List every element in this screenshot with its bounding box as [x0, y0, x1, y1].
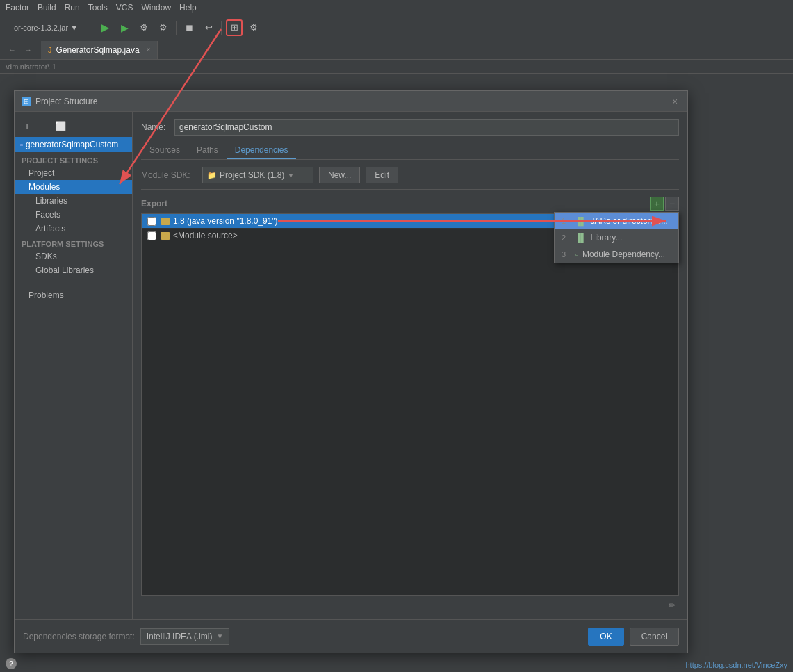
nav-forward: → — [22, 46, 35, 54]
dialog-footer: Dependencies storage format: IntelliJ ID… — [15, 619, 687, 653]
menu-window[interactable]: Window — [141, 3, 171, 13]
dropdown-library-label: Library... — [591, 233, 623, 243]
deps-add-btn[interactable]: + — [650, 197, 664, 211]
remove-module-btn[interactable]: − — [37, 119, 51, 133]
footer-buttons: OK Cancel — [588, 628, 679, 646]
coverage-btn[interactable]: ⚙ — [136, 19, 152, 36]
deps-row-checkbox-1[interactable] — [147, 217, 156, 226]
spacer — [15, 277, 132, 288]
module-sdk-row: Module SDK: 📁 Project SDK (1.8) ▼ New...… — [141, 167, 679, 190]
tab-sources[interactable]: Sources — [141, 142, 188, 159]
storage-row: Dependencies storage format: IntelliJ ID… — [23, 628, 229, 645]
menu-help[interactable]: Help — [179, 3, 197, 13]
left-panel: + − ⬜ ▫ generatorSqlmapCustom Project Se… — [15, 112, 133, 619]
deps-dropdown-menu: 1 ▐▌ JARs or directories... 2 ▐▌ Library… — [554, 212, 679, 263]
sdk-edit-btn[interactable]: Edit — [366, 167, 398, 183]
module-item-generatorsqlmapcustom[interactable]: ▫ generatorSqlmapCustom — [15, 137, 132, 152]
toolbar: or-core-1.3.2.jar ▼ ▶ ▶ ⚙ ⚙ ◼ ↩ ⊞ ⚙ — [0, 15, 793, 40]
menu-run[interactable]: Run — [65, 3, 80, 13]
dialog-title: Project Structure — [35, 97, 669, 106]
tab-dependencies[interactable]: Dependencies — [227, 142, 297, 159]
module-dep-icon: ▫ — [575, 250, 578, 259]
nav-global-libraries[interactable]: Global Libraries — [15, 263, 132, 277]
deps-row-checkbox-2[interactable] — [147, 231, 156, 240]
deps-header: Export + − 1 ▐▌ JARs or directories... 2 — [141, 197, 679, 211]
stop-btn[interactable]: ◼ — [181, 19, 197, 36]
dropdown-num-1: 1 — [562, 217, 571, 225]
deps-remove-btn[interactable]: − — [665, 197, 679, 211]
project-structure-btn[interactable]: ⊞ — [226, 19, 243, 36]
dropdown-jars-btn[interactable]: 1 ▐▌ JARs or directories... — [555, 213, 678, 229]
deps-row-label-2: <Module source> — [173, 231, 238, 240]
rerun-btn[interactable]: ↩ — [200, 19, 217, 36]
add-module-btn[interactable]: + — [20, 119, 34, 133]
run-btn[interactable]: ▶ — [97, 19, 113, 36]
dropdown-module-dep-label: Module Dependency... — [582, 249, 665, 259]
profile-btn[interactable]: ⚙ — [155, 19, 172, 36]
sdk-select[interactable]: 📁 Project SDK (1.8) ▼ — [202, 167, 313, 183]
nav-modules[interactable]: Modules — [15, 180, 132, 194]
nav-project[interactable]: Project — [15, 166, 132, 180]
dialog-icon: ⊞ — [22, 97, 31, 106]
menu-factor[interactable]: Factor — [6, 3, 29, 13]
breadcrumb: \dministrator\ 1 — [6, 63, 56, 71]
jar-selector[interactable]: or-core-1.3.2.jar ▼ — [4, 19, 88, 36]
nav-artifacts[interactable]: Artifacts — [15, 222, 132, 236]
copy-module-btn[interactable]: ⬜ — [54, 119, 67, 133]
dialog-body: + − ⬜ ▫ generatorSqlmapCustom Project Se… — [15, 112, 687, 619]
menu-build[interactable]: Build — [38, 3, 56, 13]
project-structure-dialog: ⊞ Project Structure × + − ⬜ ▫ generatorS… — [14, 90, 688, 653]
dropdown-module-dep-btn[interactable]: 3 ▫ Module Dependency... — [555, 246, 678, 263]
folder-icon-2 — [161, 232, 170, 240]
java-file-icon: J — [48, 46, 52, 54]
name-field-label: Name: — [141, 122, 169, 132]
content-tabs: Sources Paths Dependencies — [141, 142, 679, 160]
project-settings-section: Project Settings — [15, 152, 132, 166]
left-toolbar: + − ⬜ — [15, 117, 132, 134]
help-button[interactable]: ? — [6, 658, 17, 669]
dropdown-library-btn[interactable]: 2 ▐▌ Library... — [555, 229, 678, 246]
tab-label: GeneratorSqlmap.java — [56, 45, 140, 55]
jar-icon: ▐▌ — [575, 217, 587, 225]
menu-bar: Factor Build Run Tools VCS Window Help — [0, 0, 793, 15]
storage-arrow: ▼ — [216, 632, 223, 640]
status-bar: ? https://blog.csdn.net/VinceZxy — [0, 657, 793, 672]
deps-row-label-1: 1.8 (java version "1.8.0_91") — [173, 216, 278, 226]
cancel-btn[interactable]: Cancel — [630, 628, 679, 646]
deps-toolbar: + − 1 ▐▌ JARs or directories... 2 ▐▌ Lib… — [650, 197, 679, 211]
edit-pencil-btn[interactable]: ✏ — [665, 598, 679, 612]
nav-back: ← — [3, 46, 22, 54]
dropdown-num-3: 3 — [562, 250, 571, 259]
settings-btn[interactable]: ⚙ — [245, 19, 262, 36]
toolbar-sep-3 — [221, 21, 222, 35]
name-row: Name: — [141, 119, 679, 136]
status-link[interactable]: https://blog.csdn.net/VinceZxy — [685, 661, 787, 669]
module-icon: ▫ — [20, 140, 23, 149]
nav-sdks[interactable]: SDKs — [15, 249, 132, 263]
nav-facets[interactable]: Facets — [15, 208, 132, 222]
sdk-dropdown-arrow: ▼ — [287, 172, 294, 179]
dropdown-jars-label: JARs or directories... — [591, 216, 668, 226]
tab-sep — [38, 44, 38, 56]
ok-btn[interactable]: OK — [588, 628, 623, 646]
tab-generatorsqlmap[interactable]: J GeneratorSqlmap.java × — [41, 41, 158, 59]
tab-paths[interactable]: Paths — [188, 142, 227, 159]
tab-bar: ← → J GeneratorSqlmap.java × — [0, 40, 793, 60]
menu-vcs[interactable]: VCS — [116, 3, 133, 13]
menu-tools[interactable]: Tools — [88, 3, 108, 13]
module-name: generatorSqlmapCustom — [26, 140, 118, 149]
deps-cell-1: 1.8 (java version "1.8.0_91") — [161, 216, 617, 226]
tab-close-btn[interactable]: × — [147, 46, 151, 54]
folder-small-icon: 📁 — [207, 171, 217, 180]
debug-btn[interactable]: ▶ — [116, 19, 133, 36]
sdk-value: Project SDK (1.8) — [220, 170, 284, 180]
sdk-new-btn[interactable]: New... — [319, 167, 360, 183]
name-field[interactable] — [174, 119, 679, 136]
nav-libraries[interactable]: Libraries — [15, 194, 132, 208]
deps-content-area: 1.8 (java version "1.8.0_91") Compile <M… — [141, 213, 679, 596]
nav-problems[interactable]: Problems — [15, 288, 132, 302]
dialog-close-btn[interactable]: × — [669, 96, 680, 107]
storage-value: IntelliJ IDEA (.iml) — [147, 632, 213, 641]
jar-label: or-core-1.3.2.jar ▼ — [14, 24, 78, 32]
storage-select[interactable]: IntelliJ IDEA (.iml) ▼ — [140, 628, 230, 645]
